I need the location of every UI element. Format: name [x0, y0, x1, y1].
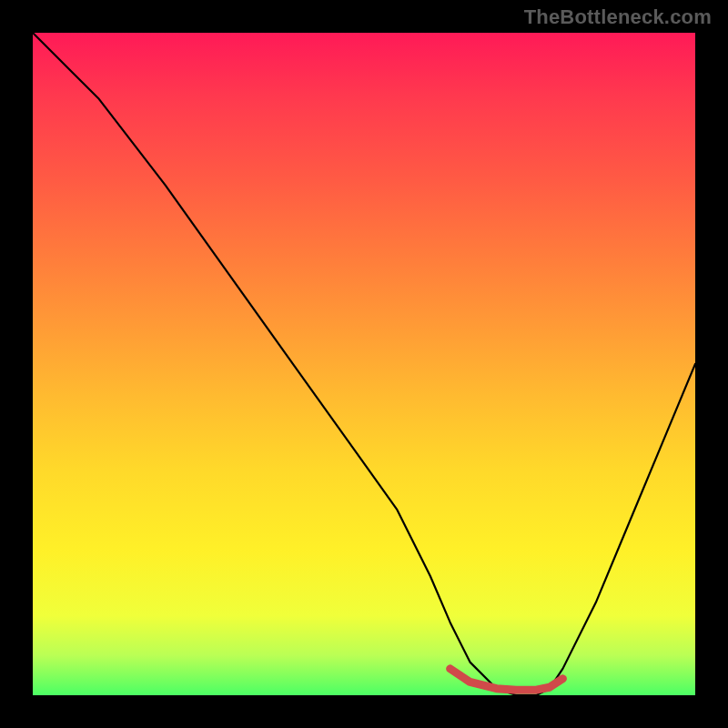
- bottleneck-curve-path: [33, 33, 695, 695]
- watermark-text: TheBottleneck.com: [524, 5, 712, 29]
- optimal-range-highlight-path: [450, 669, 563, 690]
- plot-area: [33, 33, 695, 695]
- chart-svg: [33, 33, 695, 695]
